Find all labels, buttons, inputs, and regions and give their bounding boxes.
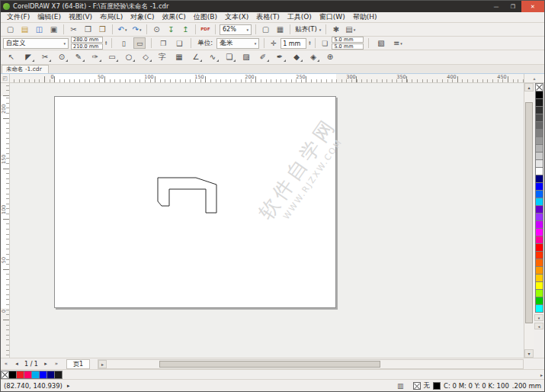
treat-as-filled-icon[interactable]: ▧ — [374, 37, 387, 50]
scroll-right-button[interactable]: ▸ — [98, 360, 107, 368]
menu-text[interactable]: 文本(X) — [221, 12, 252, 22]
menu-file[interactable]: 文件(F) — [3, 12, 34, 22]
vertical-ruler[interactable]: 200150100500 — [1, 83, 10, 358]
vertical-scroll-thumb[interactable] — [525, 102, 533, 323]
import-icon[interactable]: ↧ — [165, 24, 178, 36]
menu-object[interactable]: 对象(C) — [127, 12, 158, 22]
fullscreen-preview-icon[interactable]: ▢ — [259, 24, 272, 36]
drawing-canvas[interactable]: 软件自学网 WWW.RJZXW.COM — [10, 83, 524, 358]
all-pages-button[interactable]: ❐ — [157, 37, 169, 49]
page-height-field[interactable]: 210.0 mm — [71, 43, 103, 50]
scroll-up-button[interactable]: ▴ — [524, 83, 534, 92]
page-layout-options-icon[interactable]: ≡▾ — [391, 37, 404, 50]
nudge-stepper[interactable]: ▴ ▾ — [309, 41, 310, 45]
landscape-button[interactable]: ▭ — [133, 37, 146, 49]
color-swatch[interactable] — [535, 304, 543, 313]
color-swatch[interactable] — [1, 371, 9, 379]
palette-scroll-down-button[interactable]: ▾ — [534, 314, 543, 321]
crop-tool[interactable]: ✂ — [37, 51, 53, 63]
pick-tool[interactable]: ↖ — [4, 51, 19, 63]
fill-color-chip[interactable] — [413, 382, 421, 390]
ellipse-tool[interactable]: ○ — [121, 51, 136, 63]
search-content-icon[interactable]: ⊙ — [150, 24, 163, 36]
menu-edit[interactable]: 编辑(E) — [34, 12, 65, 22]
horizontal-scrollbar[interactable]: ◂ ▸ — [98, 359, 524, 369]
print-icon[interactable]: ▣ — [47, 24, 60, 36]
color-swatch[interactable] — [535, 83, 543, 92]
customize-toolbox-button[interactable]: ⊕ — [322, 51, 338, 63]
open-icon[interactable]: ▤ — [18, 24, 31, 36]
new-document-icon[interactable]: ▢ — [4, 24, 17, 36]
artistic-media-tool[interactable]: ✑ — [88, 51, 103, 63]
portrait-button[interactable]: ▯ — [117, 37, 130, 49]
text-tool[interactable]: 字 — [155, 51, 170, 63]
document-palette-flyout-button[interactable]: ▸ — [540, 372, 543, 378]
redo-icon[interactable]: ↷▾ — [130, 24, 143, 36]
publish-pdf-icon[interactable]: PDF — [199, 24, 212, 36]
paste-icon[interactable]: ❒ — [96, 24, 109, 36]
interactive-fill-tool[interactable]: ◈ — [306, 51, 321, 63]
prev-page-button[interactable]: ◂ — [11, 359, 22, 369]
page-tab[interactable]: 页1 — [66, 359, 90, 369]
menu-tools[interactable]: 工具(O) — [284, 12, 316, 22]
freehand-tool[interactable]: ✎ — [71, 51, 86, 63]
menu-effects[interactable]: 效果(C) — [158, 12, 189, 22]
snap-to-dropdown[interactable]: 贴齐(T)▾ — [293, 24, 323, 35]
palette-flyout-button[interactable]: ◂ — [534, 323, 543, 329]
save-icon[interactable]: ◫ — [33, 24, 46, 36]
fill-tool[interactable]: ◆ — [289, 51, 304, 63]
color-swatch[interactable] — [54, 371, 63, 379]
menu-layout[interactable]: 布局(L) — [96, 12, 127, 22]
show-rulers-icon[interactable]: ▦ — [274, 24, 287, 36]
page-size-preset-select[interactable]: 自定义 ▾ — [3, 38, 69, 49]
zoom-tool[interactable]: ⊙ — [54, 51, 69, 63]
menu-table[interactable]: 表格(T) — [252, 12, 284, 22]
transparency-tool[interactable]: ▨ — [239, 51, 254, 63]
next-page-button[interactable]: ▸ — [40, 359, 51, 369]
ruler-origin-button[interactable]: ◰ — [1, 74, 10, 82]
outline-pen-tool[interactable]: ✒ — [272, 51, 287, 63]
drawn-shape[interactable] — [10, 83, 524, 358]
outline-color-chip[interactable] — [433, 382, 441, 390]
rectangle-tool[interactable]: ▭ — [104, 51, 120, 63]
current-page-button[interactable]: ❑ — [173, 37, 185, 49]
polygon-tool[interactable]: ◇ — [138, 51, 153, 63]
units-select[interactable]: 毫米 ▾ — [216, 38, 259, 49]
options-icon[interactable]: ✱ — [329, 24, 342, 36]
document-tab[interactable]: 未命名 -1.cdr — [2, 65, 49, 73]
duplicate-distance-x-field[interactable]: 5.0 mm — [332, 37, 364, 43]
table-tool[interactable]: ▦ — [172, 51, 187, 63]
color-eyedropper-tool[interactable]: ✐ — [255, 51, 271, 63]
dimension-tool[interactable]: ∠ — [188, 51, 204, 63]
maximize-button[interactable]: ❐ — [505, 1, 521, 12]
application-launcher-icon[interactable]: ▤▾ — [344, 24, 357, 36]
object-info-icon[interactable]: ▸ — [67, 383, 70, 389]
scroll-down-button[interactable]: ▾ — [524, 349, 534, 358]
undo-icon[interactable]: ↶▾ — [116, 24, 129, 36]
drop-shadow-tool[interactable]: ❏ — [222, 51, 237, 63]
shape-tool[interactable]: ◤ — [21, 51, 36, 63]
minimize-button[interactable]: — — [488, 1, 505, 12]
connector-tool[interactable]: ∿ — [205, 51, 220, 63]
color-proof-icon[interactable]: ▥ — [397, 382, 404, 390]
nudge-offset-field[interactable]: 1 mm — [281, 38, 306, 49]
last-page-button[interactable]: » — [51, 359, 62, 369]
menu-help[interactable]: 帮助(H) — [349, 12, 381, 22]
page-width-field[interactable]: 280.0 mm — [71, 37, 103, 43]
menu-bitmaps[interactable]: 位图(B) — [190, 12, 221, 22]
export-icon[interactable]: ↥ — [179, 24, 192, 36]
vertical-scrollbar[interactable]: ▴ ▾ — [524, 83, 534, 358]
menu-window[interactable]: 窗口(W) — [316, 12, 349, 22]
zoom-level-select[interactable]: 62%▾ — [220, 24, 252, 35]
first-page-button[interactable]: « — [1, 359, 11, 369]
cut-icon[interactable]: ✂ — [67, 24, 80, 36]
close-button[interactable]: ✕ — [521, 1, 544, 12]
menu-view[interactable]: 视图(V) — [65, 12, 96, 22]
horizontal-ruler[interactable]: 050100150200250300350400450 — [10, 74, 524, 82]
duplicate-distance-y-field[interactable]: 5.0 mm — [332, 43, 364, 50]
nudge-offset-icon: ✛ — [269, 40, 278, 47]
copy-icon[interactable]: ❐ — [82, 24, 95, 36]
horizontal-scroll-thumb[interactable] — [159, 361, 380, 368]
ruler-end-buttons[interactable]: ▴ — [524, 74, 544, 82]
page-size-stepper[interactable]: ▴ ▾ — [105, 41, 107, 45]
